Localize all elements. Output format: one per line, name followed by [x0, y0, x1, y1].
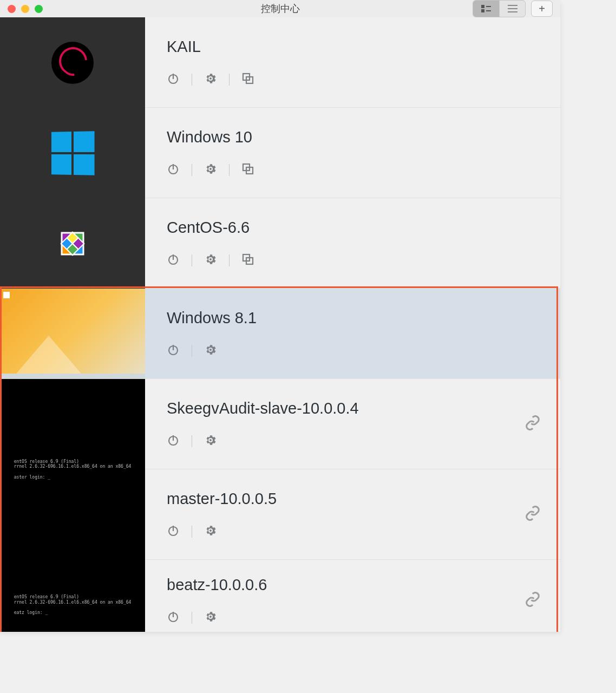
tile-view-icon [481, 5, 491, 12]
svg-rect-1 [481, 9, 484, 12]
divider [229, 254, 230, 266]
power-icon[interactable] [167, 253, 180, 268]
divider [192, 254, 192, 266]
add-vm-button[interactable]: + [531, 1, 553, 17]
terminal-text: entOS release 6.9 (Final) rrnel 2.6.32-6… [14, 594, 132, 615]
sidebar-thumb-win81[interactable] [0, 289, 145, 379]
divider [192, 526, 192, 538]
clone-icon[interactable] [241, 162, 254, 178]
sidebar-thumb[interactable] [0, 108, 145, 198]
vm-name: CentOS-6.6 [167, 219, 539, 237]
titlebar: 控制中心 + [0, 0, 560, 17]
divider [229, 164, 230, 176]
gear-icon[interactable] [204, 434, 217, 449]
vm-name: Windows 8.1 [167, 309, 539, 327]
terminal-text: entOS release 6.9 (Final) rrnel 2.6.32-6… [14, 459, 132, 480]
gear-icon[interactable] [204, 253, 217, 268]
svg-rect-3 [486, 10, 491, 11]
vm-row[interactable]: KAIL [145, 17, 560, 108]
list-view-button[interactable] [499, 1, 525, 17]
vm-actions [167, 343, 539, 358]
clone-icon[interactable] [241, 72, 254, 87]
vm-name: KAIL [167, 38, 539, 56]
vm-actions [167, 162, 539, 178]
power-icon[interactable] [167, 162, 180, 178]
power-icon[interactable] [167, 524, 180, 539]
vm-name: beatz-10.0.0.6 [167, 576, 539, 594]
debian-logo-icon [51, 42, 94, 84]
vm-row[interactable]: beatz-10.0.0.6 [145, 560, 560, 632]
vm-actions [167, 434, 539, 449]
windows-logo-icon [51, 131, 95, 175]
svg-rect-0 [481, 5, 484, 8]
centos-logo-icon [49, 220, 96, 267]
vm-actions [167, 253, 539, 268]
power-icon[interactable] [167, 72, 180, 87]
vm-actions [167, 524, 539, 539]
vm-row[interactable]: CentOS-6.6 [145, 198, 560, 289]
close-icon[interactable] [8, 5, 16, 13]
plus-icon: + [539, 3, 545, 15]
list-view-icon [508, 5, 517, 12]
svg-rect-5 [508, 8, 517, 9]
app-window: 控制中心 + [0, 0, 560, 632]
divider [192, 74, 192, 86]
view-switcher [473, 0, 526, 17]
taskbar [0, 374, 145, 379]
sidebar-thumb[interactable] [0, 198, 145, 289]
vm-name: Windows 10 [167, 128, 539, 146]
divider [229, 74, 230, 86]
svg-rect-4 [508, 5, 517, 6]
svg-rect-6 [508, 11, 517, 12]
desktop-file-icon [3, 292, 10, 298]
sidebar-thumb-terminal[interactable]: entOS release 6.9 (Final) rrnel 2.6.32-6… [0, 560, 145, 632]
toolbar: + [473, 0, 553, 17]
link-icon [525, 505, 541, 524]
vm-name: SkeegvAudit-slave-10.0.0.4 [167, 400, 539, 417]
vm-row-selected[interactable]: Windows 8.1 [145, 289, 560, 379]
power-icon[interactable] [167, 343, 180, 358]
link-icon [525, 415, 541, 433]
wallpaper-shape [16, 336, 81, 374]
divider [192, 435, 192, 447]
tile-view-button[interactable] [473, 1, 499, 17]
gear-icon[interactable] [204, 343, 217, 358]
maximize-icon[interactable] [35, 5, 43, 13]
sidebar-thumb-terminal[interactable]: entOS release 6.9 (Final) rrnel 2.6.32-6… [0, 379, 145, 560]
clone-icon[interactable] [241, 253, 254, 268]
vm-actions [167, 72, 539, 87]
divider [192, 164, 192, 176]
divider [192, 612, 192, 624]
vm-thumbnails-sidebar: entOS release 6.9 (Final) rrnel 2.6.32-6… [0, 17, 145, 632]
vm-row[interactable]: SkeegvAudit-slave-10.0.0.4 [145, 379, 560, 469]
vm-list: KAIL Windows 10 [145, 17, 560, 632]
power-icon[interactable] [167, 610, 180, 625]
divider [192, 345, 192, 357]
minimize-icon[interactable] [21, 5, 29, 13]
vm-name: master-10.0.0.5 [167, 490, 539, 508]
window-controls [8, 5, 43, 13]
vm-actions [167, 610, 539, 625]
gear-icon[interactable] [204, 610, 217, 625]
sidebar-thumb[interactable] [0, 17, 145, 108]
vm-row[interactable]: Windows 10 [145, 108, 560, 198]
gear-icon[interactable] [204, 162, 217, 178]
gear-icon[interactable] [204, 72, 217, 87]
gear-icon[interactable] [204, 524, 217, 539]
svg-rect-2 [486, 6, 491, 7]
vm-row[interactable]: master-10.0.0.5 [145, 469, 560, 560]
link-icon [525, 591, 541, 610]
power-icon[interactable] [167, 434, 180, 449]
